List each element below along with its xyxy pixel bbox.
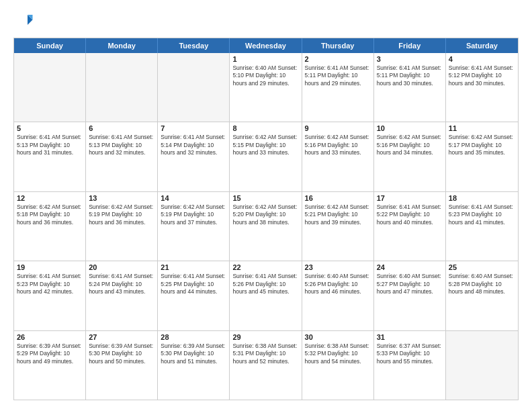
day-info: Sunrise: 6:41 AM Sunset: 5:12 PM Dayligh… [449,64,515,87]
day-cell-23: 23Sunrise: 6:40 AM Sunset: 5:26 PM Dayli… [302,261,374,330]
day-info: Sunrise: 6:41 AM Sunset: 5:14 PM Dayligh… [161,134,226,156]
day-number: 5 [17,124,83,132]
day-info: Sunrise: 6:42 AM Sunset: 5:15 PM Dayligh… [232,134,298,156]
calendar-header: SundayMondayTuesdayWednesdayThursdayFrid… [14,38,518,53]
day-number: 14 [161,194,226,202]
logo-icon [13,11,34,31]
day-cell-5: 5Sunrise: 6:41 AM Sunset: 5:13 PM Daylig… [14,122,86,191]
day-number: 26 [17,333,83,341]
day-info: Sunrise: 6:42 AM Sunset: 5:20 PM Dayligh… [232,203,298,226]
day-info: Sunrise: 6:41 AM Sunset: 5:24 PM Dayligh… [89,273,154,295]
day-number: 15 [232,194,298,202]
day-number: 20 [89,263,154,271]
day-cell-28: 28Sunrise: 6:39 AM Sunset: 5:30 PM Dayli… [158,331,230,400]
day-cell-25: 25Sunrise: 6:40 AM Sunset: 5:28 PM Dayli… [446,261,518,330]
day-info: Sunrise: 6:41 AM Sunset: 5:13 PM Dayligh… [17,134,83,156]
day-number: 31 [377,333,443,341]
day-cell-29: 29Sunrise: 6:38 AM Sunset: 5:31 PM Dayli… [230,331,302,400]
day-number: 30 [305,333,371,341]
day-header-wednesday: Wednesday [230,38,302,53]
day-cell-13: 13Sunrise: 6:42 AM Sunset: 5:19 PM Dayli… [86,192,158,261]
day-cell-22: 22Sunrise: 6:41 AM Sunset: 5:26 PM Dayli… [230,261,302,330]
day-info: Sunrise: 6:42 AM Sunset: 5:17 PM Dayligh… [449,134,515,156]
day-cell-21: 21Sunrise: 6:41 AM Sunset: 5:25 PM Dayli… [158,261,230,330]
day-number: 29 [232,333,298,341]
day-info: Sunrise: 6:38 AM Sunset: 5:31 PM Dayligh… [232,342,298,365]
day-cell-empty [14,53,86,122]
day-number: 24 [377,263,443,271]
day-info: Sunrise: 6:40 AM Sunset: 5:27 PM Dayligh… [377,273,443,295]
day-info: Sunrise: 6:42 AM Sunset: 5:19 PM Dayligh… [161,203,226,226]
day-header-tuesday: Tuesday [158,38,230,53]
day-number: 10 [377,124,443,132]
day-cell-24: 24Sunrise: 6:40 AM Sunset: 5:27 PM Dayli… [374,261,446,330]
day-info: Sunrise: 6:41 AM Sunset: 5:25 PM Dayligh… [161,273,226,295]
day-info: Sunrise: 6:39 AM Sunset: 5:30 PM Dayligh… [89,342,154,365]
day-info: Sunrise: 6:42 AM Sunset: 5:16 PM Dayligh… [305,134,371,156]
week-row-1: 1Sunrise: 6:40 AM Sunset: 5:10 PM Daylig… [14,53,518,122]
day-header-saturday: Saturday [446,38,518,53]
day-cell-11: 11Sunrise: 6:42 AM Sunset: 5:17 PM Dayli… [446,122,518,191]
day-cell-15: 15Sunrise: 6:42 AM Sunset: 5:20 PM Dayli… [230,192,302,261]
day-number: 6 [89,124,154,132]
day-number: 9 [305,124,371,132]
day-cell-26: 26Sunrise: 6:39 AM Sunset: 5:29 PM Dayli… [14,331,86,400]
week-row-4: 19Sunrise: 6:41 AM Sunset: 5:23 PM Dayli… [14,261,518,330]
day-info: Sunrise: 6:40 AM Sunset: 5:26 PM Dayligh… [305,273,371,295]
day-header-monday: Monday [86,38,158,53]
day-number: 18 [449,194,515,202]
day-cell-1: 1Sunrise: 6:40 AM Sunset: 5:10 PM Daylig… [230,53,302,122]
day-cell-8: 8Sunrise: 6:42 AM Sunset: 5:15 PM Daylig… [230,122,302,191]
calendar: SundayMondayTuesdayWednesdayThursdayFrid… [13,38,519,400]
day-cell-9: 9Sunrise: 6:42 AM Sunset: 5:16 PM Daylig… [302,122,374,191]
day-cell-14: 14Sunrise: 6:42 AM Sunset: 5:19 PM Dayli… [158,192,230,261]
page: SundayMondayTuesdayWednesdayThursdayFrid… [0,0,532,411]
day-info: Sunrise: 6:40 AM Sunset: 5:28 PM Dayligh… [449,273,515,295]
day-info: Sunrise: 6:42 AM Sunset: 5:21 PM Dayligh… [305,203,371,226]
day-cell-2: 2Sunrise: 6:41 AM Sunset: 5:11 PM Daylig… [302,53,374,122]
day-cell-6: 6Sunrise: 6:41 AM Sunset: 5:13 PM Daylig… [86,122,158,191]
day-cell-27: 27Sunrise: 6:39 AM Sunset: 5:30 PM Dayli… [86,331,158,400]
day-number: 16 [305,194,371,202]
day-info: Sunrise: 6:41 AM Sunset: 5:13 PM Dayligh… [89,134,154,156]
day-cell-18: 18Sunrise: 6:41 AM Sunset: 5:23 PM Dayli… [446,192,518,261]
day-cell-30: 30Sunrise: 6:38 AM Sunset: 5:32 PM Dayli… [302,331,374,400]
day-number: 13 [89,194,154,202]
day-cell-17: 17Sunrise: 6:41 AM Sunset: 5:22 PM Dayli… [374,192,446,261]
week-row-2: 5Sunrise: 6:41 AM Sunset: 5:13 PM Daylig… [14,122,518,191]
day-number: 17 [377,194,443,202]
day-number: 2 [305,55,371,63]
day-info: Sunrise: 6:37 AM Sunset: 5:33 PM Dayligh… [377,342,443,365]
day-cell-empty [86,53,158,122]
day-info: Sunrise: 6:40 AM Sunset: 5:10 PM Dayligh… [232,64,298,87]
day-info: Sunrise: 6:38 AM Sunset: 5:32 PM Dayligh… [305,342,371,365]
day-cell-empty [446,331,518,400]
day-number: 8 [232,124,298,132]
day-info: Sunrise: 6:39 AM Sunset: 5:30 PM Dayligh… [161,342,226,365]
day-number: 28 [161,333,226,341]
day-number: 19 [17,263,83,271]
day-info: Sunrise: 6:42 AM Sunset: 5:19 PM Dayligh… [89,203,154,226]
day-number: 12 [17,194,83,202]
day-info: Sunrise: 6:39 AM Sunset: 5:29 PM Dayligh… [17,342,83,365]
day-number: 7 [161,124,226,132]
day-number: 4 [449,55,515,63]
day-header-sunday: Sunday [14,38,86,53]
day-number: 1 [232,55,298,63]
day-cell-empty [158,53,230,122]
day-cell-4: 4Sunrise: 6:41 AM Sunset: 5:12 PM Daylig… [446,53,518,122]
day-number: 23 [305,263,371,271]
day-info: Sunrise: 6:42 AM Sunset: 5:18 PM Dayligh… [17,203,83,226]
day-info: Sunrise: 6:41 AM Sunset: 5:11 PM Dayligh… [377,64,443,87]
day-cell-20: 20Sunrise: 6:41 AM Sunset: 5:24 PM Dayli… [86,261,158,330]
day-info: Sunrise: 6:41 AM Sunset: 5:22 PM Dayligh… [377,203,443,226]
day-info: Sunrise: 6:41 AM Sunset: 5:11 PM Dayligh… [305,64,371,87]
day-cell-10: 10Sunrise: 6:42 AM Sunset: 5:16 PM Dayli… [374,122,446,191]
day-number: 11 [449,124,515,132]
logo [13,11,36,31]
day-number: 3 [377,55,443,63]
day-cell-19: 19Sunrise: 6:41 AM Sunset: 5:23 PM Dayli… [14,261,86,330]
day-cell-31: 31Sunrise: 6:37 AM Sunset: 5:33 PM Dayli… [374,331,446,400]
header [13,11,519,31]
day-header-friday: Friday [374,38,446,53]
